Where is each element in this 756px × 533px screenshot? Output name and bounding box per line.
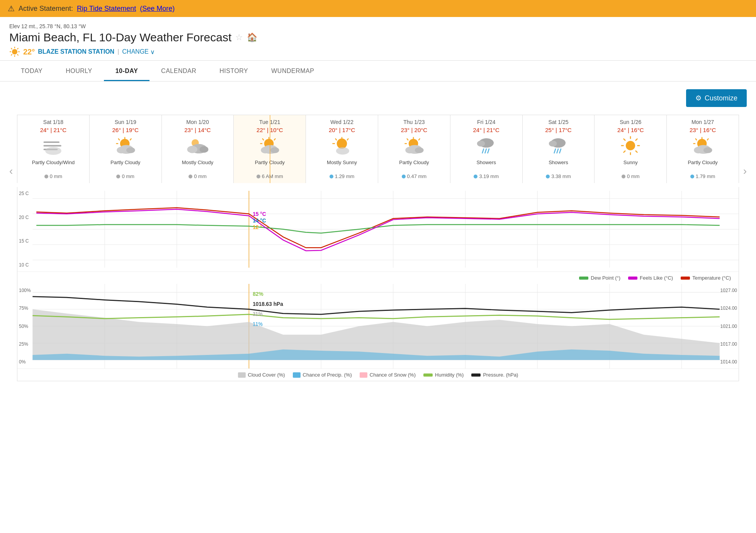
- location-header: Elev 12 mt., 25.78 °N, 80.13 °W Miami Be…: [0, 17, 756, 61]
- forecast-day-1[interactable]: Sun 1/19 26° | 19°C Partly Cloudy 0 mm: [90, 115, 162, 183]
- y-label-10: 10 C: [19, 262, 29, 268]
- customize-label: Customize: [705, 94, 737, 102]
- svg-line-41: [407, 139, 408, 141]
- prev-arrow[interactable]: ‹: [9, 161, 17, 181]
- weather-icon: [546, 136, 571, 157]
- day-precip: 0 mm: [20, 173, 87, 179]
- today-line: [270, 115, 270, 183]
- temp-chart-svg: 15 °C 14 °C 12 °: [17, 191, 739, 268]
- day-precip: 1.79 mm: [669, 173, 736, 179]
- svg-line-5: [11, 48, 12, 49]
- legend-pressure: Pressure. (hPa): [471, 372, 518, 378]
- tab-history[interactable]: HISTORY: [208, 62, 260, 81]
- forecast-day-4[interactable]: Wed 1/22 20° | 17°C Mostly Sunny 1.29 mm: [306, 115, 378, 183]
- station-name: BLAZE STATION STATION: [38, 48, 114, 55]
- forecast-day-9[interactable]: Mon 1/27 23° | 16°C Partly Cloudy 1.79 m…: [667, 115, 739, 183]
- chevron-down-icon: ∨: [150, 48, 155, 56]
- svg-point-32: [270, 147, 279, 153]
- customize-button[interactable]: ⚙ Customize: [686, 89, 747, 107]
- alert-prefix: Active Statement:: [19, 5, 73, 13]
- weather-icon: [690, 136, 715, 157]
- svg-line-7: [17, 48, 19, 49]
- svg-line-43: [418, 139, 420, 141]
- forecast-day-8[interactable]: Sun 1/26 24° | 16°C Sunny 0 mm: [595, 115, 667, 183]
- svg-text:15 °C: 15 °C: [253, 211, 266, 217]
- home-icon[interactable]: 🏠: [247, 32, 257, 42]
- svg-line-6: [17, 54, 19, 56]
- forecast-day-7[interactable]: Sat 1/25 25° | 17°C Showers 3.38 mm: [523, 115, 595, 183]
- day-condition: Partly Cloudy: [669, 160, 736, 172]
- next-arrow[interactable]: ›: [739, 161, 747, 181]
- legend-feelslike-label: Feels Like (°C): [640, 275, 673, 281]
- favorite-star-icon[interactable]: ☆: [235, 32, 243, 42]
- main-content: ⚙ Customize ‹ › Sat 1/18 24° | 21°C Part…: [0, 81, 756, 389]
- tab-10day[interactable]: 10-DAY: [104, 62, 150, 81]
- day-temp: 23° | 14°C: [164, 127, 231, 133]
- day-temp: 23° | 20°C: [381, 127, 448, 133]
- day-temp: 26° | 19°C: [92, 127, 159, 133]
- svg-line-27: [262, 139, 264, 141]
- lower-chart: 100% 75% 50% 25% 0% 1027.00 1024.00 1021…: [17, 284, 739, 369]
- svg-line-17: [130, 139, 131, 141]
- svg-text:14 °C: 14 °C: [253, 217, 266, 224]
- svg-line-56: [560, 149, 561, 153]
- forecast-day-6[interactable]: Fri 1/24 24° | 21°C Showers 3.19 mm: [450, 115, 523, 183]
- current-weather-icon: [9, 46, 20, 57]
- svg-point-12: [45, 147, 61, 155]
- svg-line-68: [695, 139, 697, 141]
- lower-chart-legend: Cloud Cover (%) Chance of Precip. (%) Ch…: [17, 369, 739, 381]
- day-precip: 3.38 mm: [525, 173, 592, 179]
- weather-icon: [618, 136, 643, 157]
- gear-icon: ⚙: [695, 94, 702, 102]
- svg-point-24: [200, 146, 209, 153]
- legend-cloud-label: Cloud Cover (%): [248, 372, 285, 378]
- day-temp: 25° | 17°C: [525, 127, 592, 133]
- weather-icon: [185, 136, 210, 157]
- forecast-day-5[interactable]: Thu 1/23 23° | 20°C Partly Cloudy 0.47 m…: [378, 115, 450, 183]
- day-temp: 23° | 16°C: [669, 127, 736, 133]
- weather-icon: [474, 136, 499, 157]
- tab-hourly[interactable]: HOURLY: [54, 62, 104, 81]
- legend-dewpoint-label: Dew Point (°): [591, 275, 620, 281]
- svg-line-65: [623, 151, 625, 153]
- current-temp: 22°: [23, 48, 35, 56]
- svg-line-54: [554, 149, 556, 153]
- elevation-text: Elev 12 mt., 25.78 °N, 80.13 °W: [9, 23, 747, 29]
- day-precip: 0.47 mm: [381, 173, 448, 179]
- y-label-15: 15 C: [19, 238, 29, 244]
- y-label-20: 20 C: [19, 215, 29, 220]
- forecast-day-0[interactable]: Sat 1/18 24° | 21°C Partly Cloudy/Wind 0…: [17, 115, 90, 183]
- svg-point-48: [477, 141, 485, 147]
- forecast-day-3[interactable]: Tue 1/21 22° | 10°C Partly Cloudy 6 AM m…: [234, 115, 306, 183]
- svg-point-46: [415, 147, 424, 153]
- svg-line-15: [118, 139, 120, 141]
- day-label: Sat 1/18: [20, 119, 87, 125]
- day-precip: 1.29 mm: [308, 173, 375, 179]
- day-label: Wed 1/22: [308, 119, 375, 125]
- svg-line-37: [347, 139, 348, 141]
- rain-dot: [690, 175, 694, 178]
- tab-today[interactable]: TODAY: [9, 62, 54, 81]
- day-precip: 3.19 mm: [453, 173, 520, 179]
- svg-point-38: [336, 147, 349, 154]
- svg-line-50: [485, 149, 486, 153]
- weather-icon: [330, 136, 354, 157]
- no-rain-dot: [116, 175, 120, 178]
- divider: |: [117, 48, 119, 55]
- svg-point-20: [126, 147, 135, 153]
- day-label: Mon 1/27: [669, 119, 736, 125]
- svg-line-51: [488, 149, 489, 153]
- legend-dewpoint: Dew Point (°): [579, 275, 620, 281]
- alert-link[interactable]: Rip Tide Statement: [77, 5, 136, 13]
- alert-more-link[interactable]: (See More): [140, 5, 175, 13]
- tab-wundermap[interactable]: WUNDERMAP: [260, 62, 326, 81]
- svg-line-29: [274, 139, 276, 141]
- lower-y-left: 100% 75% 50% 25% 0%: [19, 284, 31, 368]
- day-precip: 0 mm: [597, 173, 664, 179]
- day-label: Sat 1/25: [525, 119, 592, 125]
- legend-humidity-label: Humidity (%): [435, 372, 464, 378]
- forecast-day-2[interactable]: Mon 1/20 23° | 14°C Mostly Cloudy 0 mm: [162, 115, 234, 183]
- change-location-link[interactable]: CHANGE ∨: [122, 48, 155, 56]
- tab-calendar[interactable]: CALENDAR: [150, 62, 208, 81]
- svg-line-70: [707, 139, 708, 141]
